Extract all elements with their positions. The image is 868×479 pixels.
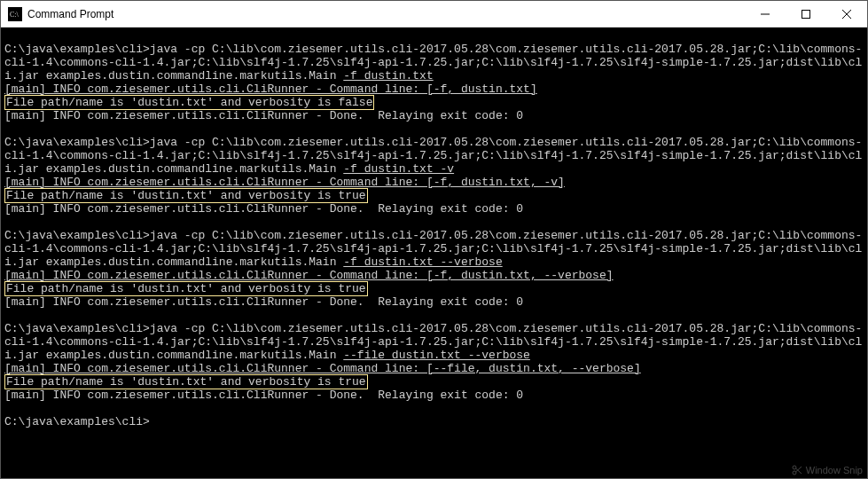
cli-args: -f dustin.txt -v [343, 162, 454, 176]
terminal-line [4, 216, 864, 229]
terminal-line: File path/name is 'dustin.txt' and verbo… [4, 96, 864, 109]
command-prompt-window: C:\ Command Prompt C:\java\examples\cli>… [0, 0, 868, 479]
close-button[interactable] [826, 1, 867, 27]
window-title: Command Prompt [27, 8, 745, 20]
terminal-line: C:\java\examples\cli>java -cp C:\lib\com… [4, 43, 864, 82]
terminal-line [4, 29, 864, 43]
svg-rect-3 [802, 10, 810, 18]
window-controls [745, 1, 867, 27]
terminal-prompt: C:\java\examples\cli> [4, 415, 864, 428]
watermark-text: Window Snip [806, 465, 863, 475]
terminal-line [4, 309, 864, 322]
terminal-line: [main] INFO com.ziesemer.utils.cli.CliRu… [4, 389, 864, 402]
terminal-line: C:\java\examples\cli>java -cp C:\lib\com… [4, 229, 864, 269]
terminal-line: [main] INFO com.ziesemer.utils.cli.CliRu… [4, 82, 864, 96]
cli-args: -f dustin.txt [343, 69, 433, 82]
terminal-line: C:\java\examples\cli>java -cp C:\lib\com… [4, 136, 864, 176]
titlebar[interactable]: C:\ Command Prompt [1, 1, 867, 27]
output-highlight: File path/name is 'dustin.txt' and verbo… [4, 374, 368, 389]
cli-args: -f dustin.txt --verbose [343, 255, 502, 269]
terminal-output[interactable]: C:\java\examples\cli>java -cp C:\lib\com… [1, 27, 867, 478]
cmd-icon: C:\ [8, 7, 22, 21]
terminal-line: C:\java\examples\cli>java -cp C:\lib\com… [4, 322, 864, 362]
output-highlight: File path/name is 'dustin.txt' and verbo… [4, 281, 368, 296]
terminal-line: File path/name is 'dustin.txt' and verbo… [4, 189, 864, 202]
terminal-line [4, 122, 864, 136]
minimize-button[interactable] [745, 1, 786, 27]
terminal-line: File path/name is 'dustin.txt' and verbo… [4, 282, 864, 295]
terminal-line: [main] INFO com.ziesemer.utils.cli.CliRu… [4, 176, 864, 189]
svg-text:C:\: C:\ [10, 11, 20, 19]
terminal-line [4, 402, 864, 415]
maximize-button[interactable] [786, 1, 826, 27]
terminal-line: [main] INFO com.ziesemer.utils.cli.CliRu… [4, 362, 864, 375]
terminal-line: [main] INFO com.ziesemer.utils.cli.CliRu… [4, 109, 864, 122]
output-highlight: File path/name is 'dustin.txt' and verbo… [4, 188, 368, 203]
output-highlight: File path/name is 'dustin.txt' and verbo… [4, 95, 374, 110]
terminal-line: [main] INFO com.ziesemer.utils.cli.CliRu… [4, 269, 864, 282]
scissors-icon [792, 465, 802, 475]
terminal-line: File path/name is 'dustin.txt' and verbo… [4, 375, 864, 389]
cli-args: --file dustin.txt --verbose [343, 349, 530, 362]
terminal-line: [main] INFO com.ziesemer.utils.cli.CliRu… [4, 202, 864, 216]
terminal-line: [main] INFO com.ziesemer.utils.cli.CliRu… [4, 295, 864, 309]
snip-watermark: Window Snip [792, 465, 863, 475]
